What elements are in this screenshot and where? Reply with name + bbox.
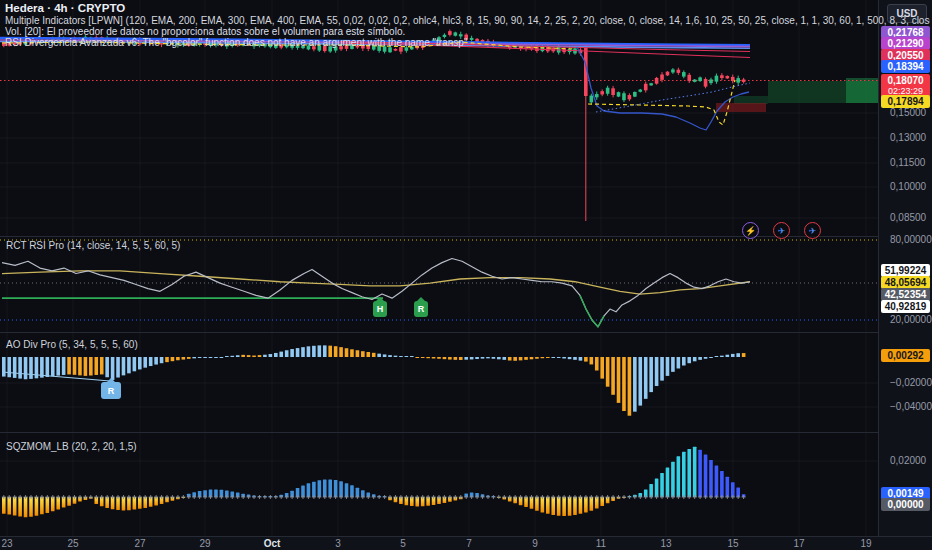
time-label-oct[interactable]: Oct — [264, 538, 281, 549]
indicator-value-label: 40,92819 — [881, 300, 930, 313]
rsi-axis-label: 20,00000 — [890, 314, 932, 325]
time-label-9[interactable]: 9 — [532, 538, 538, 549]
time-label-11[interactable]: 11 — [596, 538, 606, 549]
time-label-23[interactable]: 23 — [1, 538, 12, 549]
time-label-5[interactable]: 5 — [400, 538, 406, 549]
time-label-19[interactable]: 19 — [860, 538, 871, 549]
time-axis[interactable]: 23252729Oct35791113151719 — [0, 536, 932, 550]
rsi-pane-title[interactable]: RCT RSI Pro (14, close, 14, 5, 5, 60, 5) — [6, 240, 180, 251]
time-label-13[interactable]: 13 — [660, 538, 671, 549]
time-label-7[interactable]: 7 — [466, 538, 472, 549]
lightning-badge-icon[interactable]: ⚡ — [742, 222, 759, 239]
main-price-pane — [0, 30, 878, 221]
time-label-17[interactable]: 17 — [793, 538, 804, 549]
price-axis[interactable]: USD 0,150000,130000,115000,100000,085008… — [878, 0, 932, 536]
grid-lines — [0, 0, 878, 536]
circle-badge-icon-1[interactable]: ✈ — [773, 222, 790, 239]
rsi-signal-badge-r[interactable]: R — [414, 301, 428, 317]
sqz-pane-title[interactable]: SQZMOM_LB (20, 2, 20, 1,5) — [6, 441, 137, 452]
sqz-axis-label: 0,02000 — [890, 455, 926, 466]
price-label: 0,17894 — [881, 95, 930, 108]
main-axis-label: 0,13000 — [890, 132, 926, 143]
time-label-25[interactable]: 25 — [67, 538, 78, 549]
rsi-signal-badge-h[interactable]: H — [373, 301, 387, 317]
tradingview-chart-window: Hedera · 4h · CRYPTO Multiple Indicators… — [0, 0, 932, 550]
time-label-27[interactable]: 27 — [134, 538, 145, 549]
main-axis-label: 0,15000 — [890, 107, 926, 118]
indicator-value-label: 0,00000 — [881, 498, 930, 511]
currency-toggle-button[interactable]: USD — [887, 4, 927, 23]
time-label-29[interactable]: 29 — [199, 538, 210, 549]
main-axis-label: 0,10000 — [890, 181, 926, 192]
chart-canvas[interactable] — [0, 0, 878, 536]
ao-axis-label: −0,02000 — [890, 377, 932, 388]
sqzmom-pane — [2, 447, 746, 518]
ao-signal-badge-r[interactable]: R — [101, 382, 121, 399]
time-label-3[interactable]: 3 — [335, 538, 341, 549]
ao-pane-title[interactable]: AO Div Pro (5, 34, 5, 5, 5, 60) — [6, 339, 138, 350]
price-label: 0,18394 — [881, 60, 930, 73]
indicator-value-label: 0,00292 — [881, 349, 930, 362]
main-axis-label: 0,08500 — [890, 212, 926, 223]
ao-axis-label: −0,04000 — [890, 401, 932, 412]
rsi-axis-label: 80,00000 — [890, 234, 932, 245]
time-label-15[interactable]: 15 — [727, 538, 738, 549]
main-axis-label: 0,11500 — [890, 157, 925, 168]
rsi-pane — [0, 240, 878, 327]
circle-badge-icon-2[interactable]: ✈ — [804, 222, 821, 239]
